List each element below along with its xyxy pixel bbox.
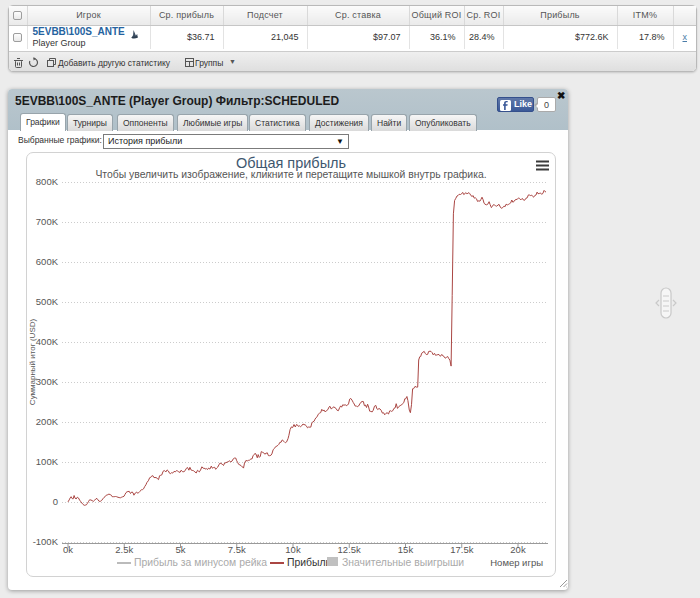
svg-text:-100K: -100K	[33, 536, 59, 547]
svg-text:2.5k: 2.5k	[115, 544, 133, 555]
svg-text:600K: 600K	[36, 256, 59, 267]
svg-text:200K: 200K	[36, 416, 59, 427]
svg-text:Номер игры: Номер игры	[490, 557, 543, 568]
svg-text:5k: 5k	[175, 544, 185, 555]
svg-text:0k: 0k	[63, 544, 73, 555]
svg-text:12.5k: 12.5k	[338, 544, 361, 555]
svg-text:10k: 10k	[285, 544, 301, 555]
svg-text:Прибыль за минусом рейка: Прибыль за минусом рейка	[134, 557, 267, 568]
svg-text:Чтобы увеличить изображение, к: Чтобы увеличить изображение, кликните и …	[95, 169, 486, 180]
svg-text:15k: 15k	[398, 544, 414, 555]
svg-text:500K: 500K	[36, 296, 59, 307]
svg-text:800K: 800K	[36, 176, 59, 187]
svg-text:Значительные выигрыши: Значительные выигрыши	[342, 557, 464, 568]
svg-text:Суммарный итог (USD): Суммарный итог (USD)	[28, 319, 37, 406]
svg-text:300K: 300K	[36, 376, 59, 387]
svg-text:400K: 400K	[36, 336, 59, 347]
svg-text:700K: 700K	[36, 216, 59, 227]
svg-text:100K: 100K	[36, 456, 59, 467]
svg-text:Прибыль: Прибыль	[287, 557, 331, 568]
svg-text:17.5k: 17.5k	[450, 544, 473, 555]
svg-text:20k: 20k	[510, 544, 526, 555]
svg-text:0: 0	[53, 496, 58, 507]
svg-text:7.5k: 7.5k	[228, 544, 246, 555]
